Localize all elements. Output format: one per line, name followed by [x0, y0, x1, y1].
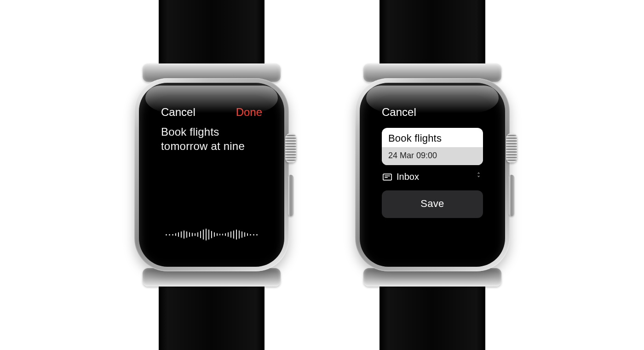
list-picker[interactable]: Inbox ˄˅ [382, 165, 483, 187]
svg-rect-1 [385, 175, 390, 176]
watch-case: Cancel Done Book flights tomorrow at nin… [134, 78, 289, 271]
inbox-icon [383, 173, 392, 181]
dictation-text: Book flights tomorrow at nine [161, 125, 262, 153]
side-button[interactable] [288, 175, 293, 216]
watch-bezel: Cancel Book flights 24 Mar 09:00 I [360, 83, 505, 267]
side-button[interactable] [509, 175, 514, 216]
watch-case: Cancel Book flights 24 Mar 09:00 I [355, 78, 510, 271]
cancel-button[interactable]: Cancel [382, 106, 416, 119]
task-date: 24 Mar 09:00 [382, 147, 483, 165]
watch-task: Cancel Book flights 24 Mar 09:00 I [350, 0, 515, 350]
watch-dictation: Cancel Done Book flights tomorrow at nin… [129, 0, 294, 350]
digital-crown[interactable] [506, 133, 517, 163]
list-label: Inbox [397, 172, 472, 182]
svg-rect-2 [385, 177, 388, 178]
done-button[interactable]: Done [236, 106, 262, 119]
chevron-updown-icon: ˄˅ [477, 174, 480, 180]
watch-mockup-pair: Cancel Done Book flights tomorrow at nin… [0, 0, 644, 350]
nav-bar: Cancel [382, 106, 483, 119]
task-screen: Cancel Book flights 24 Mar 09:00 I [372, 95, 493, 255]
task-card[interactable]: Book flights 24 Mar 09:00 [382, 128, 483, 165]
dictation-waveform-icon [161, 226, 262, 246]
dictation-screen: Cancel Done Book flights tomorrow at nin… [151, 95, 272, 255]
watch-bezel: Cancel Done Book flights tomorrow at nin… [139, 83, 284, 267]
digital-crown[interactable] [285, 133, 296, 163]
cancel-button[interactable]: Cancel [161, 106, 196, 119]
save-button[interactable]: Save [382, 190, 483, 218]
nav-bar: Cancel Done [161, 106, 262, 119]
task-title: Book flights [382, 128, 483, 147]
